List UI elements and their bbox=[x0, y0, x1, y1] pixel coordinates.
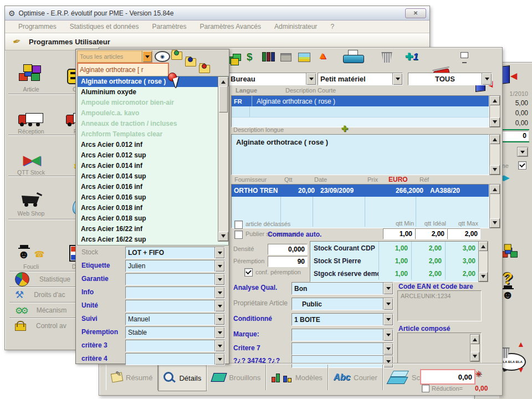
critere7-combo[interactable] bbox=[291, 342, 393, 355]
tab-brouillons[interactable]: Brouillons bbox=[207, 365, 266, 390]
category-combo-bureau[interactable]: Bureau bbox=[228, 73, 316, 85]
tab-modeles[interactable]: Modèles bbox=[266, 365, 328, 390]
dropdown-button[interactable] bbox=[517, 147, 528, 157]
article-item[interactable]: Anneaux de traction / incluses bbox=[78, 119, 228, 129]
menu-programmes[interactable]: Programmes bbox=[18, 23, 57, 30]
scroll-up-button[interactable] bbox=[490, 96, 500, 105]
langue-scrollbar[interactable] bbox=[489, 95, 500, 127]
arrow-down-icon[interactable]: ▼ bbox=[517, 365, 525, 374]
stock-table[interactable]: Stock Courant CDP 1,00 2,00 3,00 Stock S… bbox=[310, 241, 479, 282]
garantie-combo[interactable] bbox=[125, 273, 225, 285]
declasse-checkbox[interactable] bbox=[234, 221, 243, 229]
tab-details[interactable]: Détails bbox=[158, 365, 207, 391]
scroll-down-button[interactable] bbox=[490, 117, 500, 127]
price-input[interactable]: 0,00 bbox=[420, 369, 475, 385]
tab-courier[interactable]: Abc Courier bbox=[328, 365, 383, 390]
main-titlebar[interactable]: ⚙ Optimise - E.R.P. évolutif pour PME - … bbox=[5, 6, 429, 21]
peremption-input[interactable]: 90 bbox=[268, 256, 308, 267]
scroll-up-button[interactable] bbox=[218, 77, 228, 86]
description-scrollbar[interactable] bbox=[489, 134, 500, 175]
article-list-scrollbar[interactable] bbox=[218, 76, 229, 242]
toolbar-price-button[interactable]: $ bbox=[247, 51, 253, 63]
langue-row-selected[interactable]: FR Alginate orthotrace ( rose ) bbox=[232, 96, 489, 106]
folder-icon[interactable] bbox=[185, 58, 196, 66]
menu-help[interactable]: ? bbox=[330, 23, 334, 30]
article-item[interactable]: Arcs Acier 0.016 inf bbox=[78, 182, 228, 192]
conditionne-combo[interactable]: 1 BOITE bbox=[291, 313, 393, 326]
conf-peremption-checkbox[interactable] bbox=[244, 268, 253, 277]
qtt-max-input[interactable]: 2,00 bbox=[447, 228, 480, 239]
table-row[interactable]: Stock Courant CDP 1,00 2,00 3,00 bbox=[310, 242, 479, 254]
article-item[interactable]: Arcs Acier 0.018 sup bbox=[78, 213, 228, 224]
scroll-down-button[interactable] bbox=[490, 165, 500, 175]
scroll-up-button[interactable] bbox=[490, 135, 500, 144]
toolbar-copy-button[interactable] bbox=[280, 53, 291, 62]
article-item[interactable]: Ampoule/c.a. kavo bbox=[78, 108, 228, 119]
publier-checkbox[interactable] bbox=[234, 231, 243, 239]
article-item[interactable]: Arcs Acier 16/22 inf bbox=[78, 224, 228, 234]
tab-resume[interactable]: ✎ Résumé bbox=[106, 365, 158, 390]
folder-icon[interactable] bbox=[199, 65, 210, 73]
unite-combo[interactable] bbox=[125, 300, 225, 312]
menu-administrateur[interactable]: Administrateur bbox=[274, 23, 317, 30]
langue-table[interactable]: FR Alginate orthotrace ( rose ) bbox=[231, 95, 489, 127]
critere4-combo[interactable] bbox=[125, 353, 225, 365]
toolbar-add-one-button[interactable]: ✚ 1 bbox=[405, 51, 418, 63]
article-filter-combo[interactable]: Tous les articles bbox=[77, 50, 152, 63]
article-item[interactable]: Aluminium oxyde bbox=[78, 87, 228, 98]
article-item[interactable]: Arcs Acier 0.014 sup bbox=[78, 171, 228, 182]
toolbar-fire-button[interactable]: ▲ bbox=[318, 50, 328, 62]
scroll-down-button[interactable] bbox=[218, 232, 228, 241]
langue-row-empty[interactable] bbox=[232, 106, 489, 117]
description-longue-box[interactable]: Alginate orthotrace ( rose ) bbox=[231, 134, 489, 175]
article-item[interactable]: Arcs Acier 0.016 sup bbox=[78, 192, 228, 203]
article-compose-box[interactable] bbox=[397, 332, 482, 364]
etiquette-combo[interactable]: Julien bbox=[125, 260, 225, 272]
category-combo-petit-materiel[interactable]: Petit matériel bbox=[318, 73, 403, 85]
sidebar-item-web-shop[interactable]: Web Shop bbox=[7, 177, 55, 217]
scroll-thumb[interactable] bbox=[219, 86, 228, 112]
scroll-down-button[interactable] bbox=[490, 218, 500, 228]
qtt-min-input[interactable]: 1,00 bbox=[383, 228, 415, 239]
reduction-checkbox[interactable] bbox=[422, 385, 429, 392]
article-item[interactable]: Arcs Acier 0.018 inf bbox=[78, 203, 228, 213]
sidebar-item-qtt-stock[interactable]: ▶◀ QTT Stock bbox=[7, 136, 55, 176]
proprietaire-combo[interactable]: Public bbox=[291, 298, 393, 310]
mini-window-icon[interactable] bbox=[461, 52, 468, 58]
toolbar-books-button[interactable] bbox=[262, 52, 275, 64]
person-icon[interactable]: ☻ bbox=[502, 288, 516, 302]
critere3-combo[interactable] bbox=[125, 340, 225, 352]
ean-box[interactable]: ARCLEUNIK:1234 bbox=[397, 290, 482, 321]
article-item[interactable]: Arcs Acier 16/22 sup bbox=[78, 234, 228, 245]
table-row[interactable]: Stock St Pierre 1,00 2,00 3,00 bbox=[310, 254, 479, 267]
table-row[interactable]: Stgock réserve demo 2 1,00 2,00 2,00 bbox=[310, 267, 479, 280]
toolbar-image-button[interactable] bbox=[298, 53, 310, 62]
compose-scrollbar[interactable] bbox=[470, 334, 480, 362]
article-item[interactable]: Archform Templates clear bbox=[78, 129, 228, 140]
cubes-icon[interactable] bbox=[500, 244, 521, 260]
stock-combo[interactable]: LOT + FIFO bbox=[125, 247, 225, 259]
toolbar-money-button[interactable] bbox=[228, 52, 243, 64]
densite-input[interactable]: 0,000 bbox=[268, 244, 308, 255]
menu-parametres[interactable]: Paramètres bbox=[152, 23, 186, 30]
article-item[interactable]: Arcs Acier 0.012 inf bbox=[78, 140, 228, 150]
menu-parametres-avances[interactable]: Paramètres Avancés bbox=[200, 23, 261, 30]
suivi-combo[interactable]: Manuel bbox=[125, 313, 225, 325]
fournisseur-scrollbar[interactable] bbox=[489, 184, 500, 228]
eye-icon[interactable]: ◉ bbox=[155, 51, 170, 62]
ligne-checkbox[interactable] bbox=[518, 161, 526, 170]
sidebar-item-reception[interactable]: Réception bbox=[7, 95, 55, 135]
category-combo-tous[interactable]: TOUS bbox=[408, 73, 492, 85]
qtt-ideal-input[interactable]: 2,00 bbox=[415, 228, 447, 239]
scroll-up-button[interactable] bbox=[470, 335, 479, 344]
menu-statistiques[interactable]: Statistiques et données bbox=[70, 23, 139, 30]
article-search-input[interactable]: Alginate orthotrace [ r bbox=[77, 63, 169, 77]
arrow-up-icon[interactable]: ▲ bbox=[517, 340, 525, 349]
scroll-up-button[interactable] bbox=[479, 242, 488, 251]
toolbar-basket-button[interactable] bbox=[381, 52, 393, 63]
stock-scrollbar[interactable] bbox=[478, 241, 488, 282]
article-item[interactable]: Ampoule micromotor bien-air bbox=[78, 98, 228, 108]
scroll-up-button[interactable] bbox=[490, 185, 500, 194]
folder-icon[interactable] bbox=[171, 52, 182, 60]
fournisseur-row[interactable]: ORTHO TREN 20,00 23/09/2009 266,2000 AA3… bbox=[232, 185, 489, 197]
